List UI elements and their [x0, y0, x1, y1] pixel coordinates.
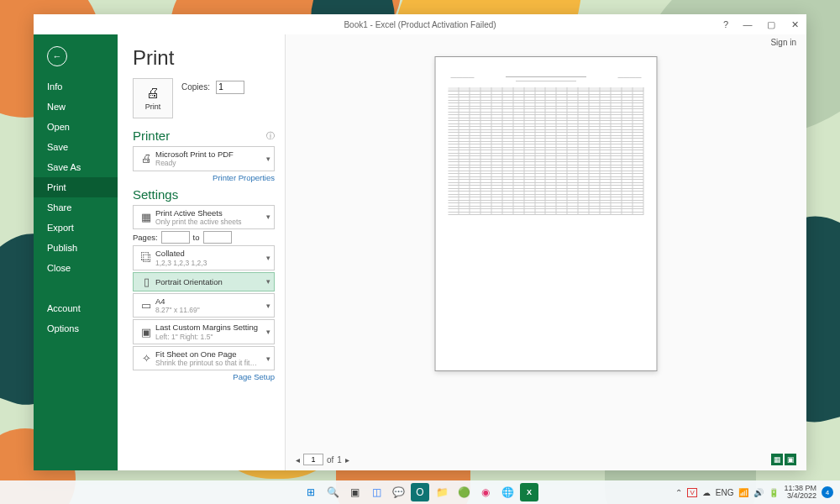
sidebar-item-print[interactable]: Print [34, 177, 118, 197]
zoom-to-page-button[interactable]: ▣ [785, 454, 796, 465]
taskbar-right: ⌃ V ☁ ENG 📶 🔊 🔋 11:38 PM 3/4/2022 4 [675, 485, 840, 500]
prev-page-button[interactable]: ◂ [296, 455, 300, 465]
battery-icon[interactable]: 🔋 [769, 488, 779, 497]
sidebar-item-new[interactable]: New [34, 97, 118, 117]
page-of-label: of [327, 455, 333, 465]
language-indicator[interactable]: ENG [716, 488, 734, 497]
settings-section-header: Settings [133, 187, 275, 202]
tray-chevron-icon[interactable]: ⌃ [675, 488, 682, 497]
tray-app-icon[interactable]: V [687, 488, 696, 497]
current-page-input[interactable] [303, 454, 323, 465]
preview-page: ———————— ———————— ——————————————————————… [435, 56, 658, 371]
wifi-icon[interactable]: 📶 [738, 488, 748, 497]
preview-zoom-controls: ▦ ▣ [771, 454, 796, 465]
sheets-icon: ▦ [137, 211, 155, 223]
backstage-sidebar: ← Info New Open Save Save As Print Share… [34, 34, 118, 470]
help-button[interactable]: ? [716, 14, 736, 34]
pages-to-input[interactable] [203, 231, 232, 244]
sidebar-item-saveas[interactable]: Save As [34, 157, 118, 177]
preview-page-nav: ◂ of 1 ▸ [296, 454, 349, 465]
collate-icon: ⿻ [137, 251, 155, 264]
chevron-down-icon: ▾ [266, 213, 270, 221]
taskbar-center: ⊞ 🔍 ▣ ◫ 💬 O 📁 🟢 ◉ 🌐 X [302, 483, 538, 501]
sidebar-item-share[interactable]: Share [34, 197, 118, 218]
next-page-button[interactable]: ▸ [345, 455, 349, 465]
preview-footer: ◂ of 1 ▸ ▦ ▣ [296, 454, 796, 465]
printer-selector[interactable]: 🖨 Microsoft Print to PDF Ready ▾ [133, 146, 275, 171]
print-settings-panel: Print 🖨 Print Copies: Printer ⓘ 🖨 Micros… [118, 34, 286, 470]
app-icon[interactable]: O [411, 483, 429, 501]
page-setup-link[interactable]: Page Setup [133, 372, 275, 381]
edge-button[interactable]: 🌐 [498, 483, 517, 501]
app-icon[interactable]: ◉ [476, 483, 495, 501]
chevron-down-icon: ▾ [266, 354, 270, 363]
printer-status: Ready [155, 159, 263, 167]
close-button[interactable]: ✕ [783, 14, 806, 34]
sidebar-item-publish[interactable]: Publish [34, 238, 118, 258]
preview-table: document.write(Array.from({length:42}).m… [449, 87, 644, 218]
back-arrow-icon: ← [53, 51, 62, 61]
page-title: Print [133, 46, 275, 70]
chevron-down-icon: ▾ [266, 254, 270, 262]
excel-window: Book1 - Excel (Product Activation Failed… [34, 14, 806, 470]
print-button-label: Print [145, 102, 161, 111]
orientation-selector[interactable]: ▯ Portrait Orientation ▾ [133, 272, 275, 291]
excel-button[interactable]: X [520, 483, 538, 501]
margins-icon: ▣ [137, 326, 155, 339]
search-button[interactable]: 🔍 [323, 483, 342, 501]
copies-input[interactable] [216, 81, 244, 94]
print-preview-area: ———————— ———————— ——————————————————————… [286, 34, 806, 470]
signin-link[interactable]: Sign in [770, 38, 796, 47]
app-icon[interactable]: 🟢 [454, 483, 473, 501]
volume-icon[interactable]: 🔊 [753, 488, 764, 497]
chevron-down-icon: ▾ [266, 277, 270, 286]
tray-onedrive-icon[interactable]: ☁ [702, 488, 711, 497]
show-margins-button[interactable]: ▦ [771, 454, 783, 465]
preview-doc-header: ———————— ———————— ——————————————————————… [449, 74, 644, 82]
start-button[interactable]: ⊞ [302, 483, 320, 501]
file-explorer-button[interactable]: 📁 [433, 483, 451, 501]
sidebar-item-open[interactable]: Open [34, 117, 118, 137]
paper-icon: ▭ [137, 299, 155, 312]
task-view-button[interactable]: ▣ [345, 483, 364, 501]
printer-section-header: Printer ⓘ [133, 129, 275, 143]
sidebar-item-info[interactable]: Info [34, 76, 118, 97]
window-title: Book1 - Excel (Product Activation Failed… [344, 20, 496, 29]
minimize-button[interactable]: — [736, 14, 759, 34]
collate-selector[interactable]: ⿻ Collated 1,2,3 1,2,3 1,2,3 ▾ [133, 245, 275, 270]
total-pages: 1 [337, 455, 342, 465]
scaling-icon: ✧ [137, 352, 155, 365]
windows-taskbar: ⊞ 🔍 ▣ ◫ 💬 O 📁 🟢 ◉ 🌐 X ⌃ V ☁ ENG 📶 🔊 🔋 11… [0, 480, 840, 504]
widgets-button[interactable]: ◫ [367, 483, 386, 501]
margins-selector[interactable]: ▣ Last Custom Margins Setting Left: 1" R… [133, 319, 275, 344]
chat-button[interactable]: 💬 [389, 483, 407, 501]
clock[interactable]: 11:38 PM 3/4/2022 [784, 485, 816, 500]
printer-properties-link[interactable]: Printer Properties [133, 173, 275, 182]
maximize-button[interactable]: ▢ [759, 14, 783, 34]
sidebar-item-close[interactable]: Close [34, 258, 118, 278]
print-what-selector[interactable]: ▦ Print Active Sheets Only print the act… [133, 205, 275, 230]
back-button[interactable]: ← [47, 46, 67, 66]
sidebar-item-export[interactable]: Export [34, 218, 118, 238]
pages-to-label: to [193, 233, 200, 242]
sidebar-item-account[interactable]: Account [34, 298, 118, 318]
printer-icon: 🖨 [146, 86, 160, 101]
pages-label: Pages: [133, 233, 158, 242]
pages-from-input[interactable] [161, 231, 190, 244]
printer-name: Microsoft Print to PDF [155, 150, 263, 159]
paper-size-selector[interactable]: ▭ A4 8.27" x 11.69" ▾ [133, 293, 275, 318]
sidebar-item-options[interactable]: Options [34, 318, 118, 339]
printer-device-icon: 🖨 [137, 152, 155, 165]
print-button[interactable]: 🖨 Print [133, 78, 173, 118]
portrait-icon: ▯ [137, 276, 155, 288]
copies-label: Copies: [181, 82, 210, 92]
sidebar-item-save[interactable]: Save [34, 137, 118, 157]
scaling-selector[interactable]: ✧ Fit Sheet on One Page Shrink the print… [133, 346, 275, 371]
notifications-button[interactable]: 4 [822, 486, 833, 498]
printer-info-icon[interactable]: ⓘ [266, 130, 275, 142]
window-controls: ? — ▢ ✕ [716, 14, 806, 34]
chevron-down-icon: ▾ [266, 328, 270, 336]
chevron-down-icon: ▾ [266, 155, 270, 163]
titlebar: Book1 - Excel (Product Activation Failed… [34, 14, 806, 34]
chevron-down-icon: ▾ [266, 302, 270, 310]
